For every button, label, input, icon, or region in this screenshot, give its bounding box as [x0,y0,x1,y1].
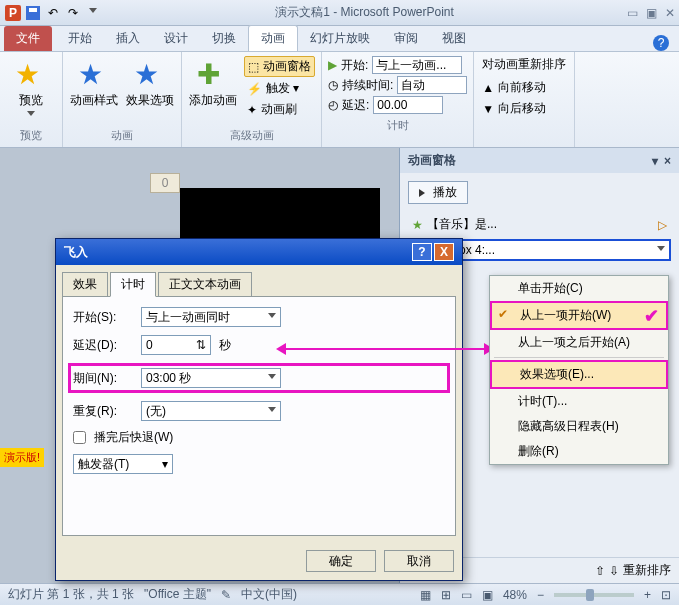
tab-file[interactable]: 文件 [4,26,52,51]
annotation-arrow [280,348,490,350]
undo-icon[interactable]: ↶ [44,4,62,22]
duration-input[interactable] [397,76,467,94]
zoom-out-icon[interactable]: − [537,588,544,602]
dlg-tab-textanim[interactable]: 正文文本动画 [158,272,252,297]
view-sorter-icon[interactable]: ⊞ [441,588,451,602]
dlg-trigger-button[interactable]: 触发器(T)▾ [73,454,173,474]
chevron-down-icon[interactable]: ▾ [652,154,658,168]
effect-options-button[interactable]: ★ 效果选项 [125,54,175,109]
dlg-period-select[interactable]: 03:00 秒 [141,368,281,388]
dialog-close-icon[interactable]: X [434,243,454,261]
view-reading-icon[interactable]: ▭ [461,588,472,602]
delay-icon: ◴ [328,98,338,112]
pane-title: 动画窗格 [408,152,456,169]
dlg-rewind-label: 播完后快退(W) [94,429,173,446]
dialog-titlebar[interactable]: 飞入 ? X [56,239,462,265]
reorder-down-icon[interactable]: ⇩ [609,564,619,578]
ctx-hide-timeline[interactable]: 隐藏高级日程表(H) [490,414,668,439]
animation-painter-button[interactable]: ✦动画刷 [244,100,315,119]
zoom-in-icon[interactable]: + [644,588,651,602]
app-icon: P [4,4,22,22]
zoom-slider[interactable] [554,593,634,597]
star-plus-icon: ✚ [197,58,229,90]
tab-design[interactable]: 设计 [152,26,200,51]
tab-review[interactable]: 审阅 [382,26,430,51]
reorder-label: 重新排序 [623,562,671,579]
start-label: 开始: [341,57,368,74]
ruler-mark: 0 [150,173,180,193]
ctx-click-start[interactable]: 单击开始(C) [490,276,668,301]
add-animation-button[interactable]: ✚ 添加动画 [188,54,238,109]
language[interactable]: 中文(中国) [241,586,297,603]
chevron-down-icon[interactable] [657,246,665,255]
help-icon[interactable]: ? [653,35,669,51]
ctx-timing[interactable]: 计时(T)... [490,389,668,414]
preview-button[interactable]: ★ 预览 [6,54,56,120]
move-later-button[interactable]: ▼向后移动 [482,100,566,117]
window-title: 演示文稿1 - Microsoft PowerPoint [102,4,627,21]
start-input[interactable] [372,56,462,74]
dlg-tab-timing[interactable]: 计时 [110,272,156,297]
dialog-body: 开始(S): 与上一动画同时 延迟(D): 0⇅ 秒 期间(N): 03:00 … [62,296,456,536]
arrow-down-icon: ▼ [482,102,494,116]
tab-animations[interactable]: 动画 [248,25,298,51]
play-icon [419,189,429,197]
spellcheck-icon[interactable]: ✎ [221,588,231,602]
view-normal-icon[interactable]: ▦ [420,588,431,602]
dlg-start-select[interactable]: 与上一动画同时 [141,307,281,327]
dialog-title: 飞入 [64,244,88,261]
ctx-with-previous[interactable]: ✔从上一项开始(W) [490,301,668,330]
trigger-button[interactable]: ⚡触发 ▾ [244,79,315,98]
dialog-help-icon[interactable]: ? [412,243,432,261]
dlg-tab-effect[interactable]: 效果 [62,272,108,297]
group-reorder: 对动画重新排序 ▲向前移动 ▼向后移动 [474,52,575,147]
zoom-level[interactable]: 48% [503,588,527,602]
brush-icon: ✦ [247,103,257,117]
ctx-effect-options[interactable]: 效果选项(E)... [490,360,668,389]
animation-styles-button[interactable]: ★ 动画样式 [69,54,119,109]
pane-close-icon[interactable]: × [664,154,671,168]
maximize-icon[interactable]: ▣ [646,6,657,20]
chevron-down-icon [268,313,276,322]
group-timing: ▶开始: ◷持续时间: ◴延迟: 计时 [322,52,474,147]
tab-slideshow[interactable]: 幻灯片放映 [298,26,382,51]
chevron-down-icon [268,407,276,416]
dlg-delay-spinner[interactable]: 0⇅ [141,335,211,355]
pane-icon: ⬚ [248,60,259,74]
dlg-delay-label: 延迟(D): [73,337,133,354]
ctx-remove[interactable]: 删除(R) [490,439,668,464]
save-icon[interactable] [24,4,42,22]
qat-dropdown-icon[interactable] [84,4,102,22]
tab-transitions[interactable]: 切换 [200,26,248,51]
dialog-footer: 确定 取消 [56,542,462,580]
animation-pane-button[interactable]: ⬚动画窗格 [244,56,315,77]
chevron-down-icon [27,111,35,120]
tab-home[interactable]: 开始 [56,26,104,51]
dlg-repeat-select[interactable]: (无) [141,401,281,421]
tab-view[interactable]: 视图 [430,26,478,51]
group-animation: ★ 动画样式 ★ 效果选项 动画 [63,52,182,147]
dlg-rewind-checkbox[interactable] [73,431,86,444]
anim-item-1[interactable]: ★【音乐】是...▷ [408,214,671,235]
tab-insert[interactable]: 插入 [104,26,152,51]
ok-button[interactable]: 确定 [306,550,376,572]
play-button[interactable]: 播放 [408,181,468,204]
cancel-button[interactable]: 取消 [384,550,454,572]
close-icon[interactable]: ✕ [665,6,675,20]
expand-icon[interactable]: ▷ [658,218,667,232]
fit-icon[interactable]: ⊡ [661,588,671,602]
delay-input[interactable] [373,96,443,114]
move-earlier-button[interactable]: ▲向前移动 [482,79,566,96]
view-slideshow-icon[interactable]: ▣ [482,588,493,602]
title-bar: P ↶ ↷ 演示文稿1 - Microsoft PowerPoint ▭ ▣ ✕ [0,0,679,26]
reorder-up-icon[interactable]: ⇧ [595,564,605,578]
minimize-icon[interactable]: ▭ [627,6,638,20]
star-icon: ★ [412,218,423,232]
star-icon: ★ [134,58,166,90]
reorder-title: 对动画重新排序 [482,56,566,73]
group-label-preview: 预览 [6,126,56,145]
redo-icon[interactable]: ↷ [64,4,82,22]
window-controls: ▭ ▣ ✕ [627,6,675,20]
ctx-after-previous[interactable]: 从上一项之后开始(A) [490,330,668,355]
lightning-icon: ⚡ [247,82,262,96]
